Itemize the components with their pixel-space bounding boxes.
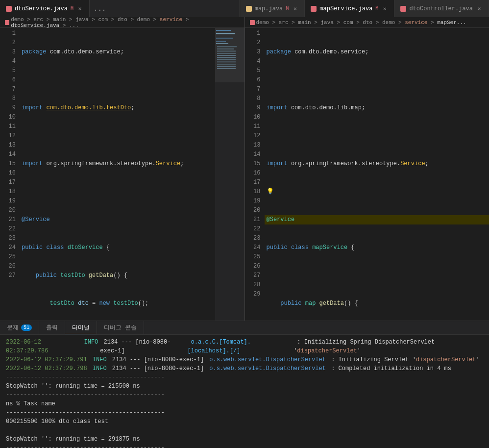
panel-tab-bar: 문제 51 출력 터미널 디버그 콘솔 bbox=[0, 321, 489, 335]
r-code-line-3: import com.dto.demo.lib.map; bbox=[265, 103, 489, 113]
panel-tab-terminal-label: 터미널 bbox=[72, 324, 90, 332]
right-code-container[interactable]: 12345 678910 1112131415 1617181920 21222… bbox=[245, 28, 489, 321]
tab-map-close[interactable]: ✕ bbox=[292, 5, 298, 12]
r-code-line-10: public map getData() { bbox=[265, 299, 489, 308]
terminal-separator-1: ----------------------------------------… bbox=[6, 373, 483, 382]
r-code-line-7: @Service bbox=[265, 215, 489, 224]
r-code-line-1: package com.dto.demo.service; bbox=[265, 48, 489, 57]
left-code-content[interactable]: package com.dto.demo.service; import com… bbox=[20, 28, 215, 321]
editor-split: 12345 678910 1112131415 1617181920 21222… bbox=[0, 28, 489, 321]
breadcrumb-left: demo > src > main > java > com > dto > d… bbox=[0, 17, 245, 28]
right-editor: 12345 678910 1112131415 1617181920 21222… bbox=[245, 28, 489, 321]
code-line-1: package com.dto.demo.service; bbox=[20, 48, 215, 57]
panel-tab-output[interactable]: 출력 bbox=[39, 321, 65, 334]
log-line-2: 2022-06-12 02:37:29.791 INFO 2134 --- [n… bbox=[6, 355, 483, 364]
breadcrumb-java-icon-left bbox=[5, 20, 9, 25]
tab-map-modified: M bbox=[286, 6, 289, 11]
r-code-line-4 bbox=[265, 131, 489, 141]
left-minimap bbox=[215, 28, 244, 321]
tab-map[interactable]: map.java M ✕ bbox=[240, 0, 305, 17]
log-line-3: 2022-06-12 02:37:29.798 INFO 2134 --- [n… bbox=[6, 364, 483, 373]
code-line-6 bbox=[20, 187, 215, 197]
panel-tab-output-label: 출력 bbox=[46, 324, 58, 332]
right-line-numbers: 12345 678910 1112131415 1617181920 21222… bbox=[245, 28, 265, 321]
tab-mapservice-label: mapService.java bbox=[319, 5, 372, 12]
tab-dtocontroller-close[interactable]: ✕ bbox=[476, 5, 483, 12]
code-line-8: public class dtoService { bbox=[20, 243, 215, 252]
map-icon bbox=[246, 6, 252, 12]
problems-badge: 51 bbox=[21, 324, 32, 331]
bottom-panel: 문제 51 출력 터미널 디버그 콘솔 2022-06-12 02:37:29.… bbox=[0, 321, 489, 448]
code-line-5: import org.springframework.stereotype.Se… bbox=[20, 159, 215, 169]
tab-map-label: map.java bbox=[255, 5, 283, 12]
left-editor: 12345 678910 1112131415 1617181920 21222… bbox=[0, 28, 245, 321]
code-line-7: @Service bbox=[20, 215, 215, 224]
breadcrumb-right: demo > src > main > java > com > dto > d… bbox=[245, 20, 489, 25]
right-tab-bar: map.java M ✕ mapService.java M ✕ dtoCont… bbox=[240, 0, 489, 17]
left-code-container[interactable]: 12345 678910 1112131415 1617181920 21222… bbox=[0, 28, 244, 321]
breadcrumb-right-text: demo > src > main > java > com > dto > d… bbox=[256, 20, 466, 25]
r-code-line-8: public class mapService { bbox=[265, 243, 489, 252]
panel-tab-debug[interactable]: 디버그 콘솔 bbox=[97, 321, 144, 334]
code-line-9: public testDto getData() { bbox=[20, 271, 215, 280]
panel-tab-problems-label: 문제 bbox=[7, 324, 19, 332]
tab-dtocontroller[interactable]: dtoController.java ✕ bbox=[394, 0, 489, 17]
log-line-1: 2022-06-12 02:37:29.786 INFO 2134 --- [n… bbox=[6, 338, 483, 355]
tab-mapservice-modified: M bbox=[375, 6, 378, 11]
svg-rect-17 bbox=[215, 28, 244, 82]
breadcrumb-bar: demo > src > main > java > com > dto > d… bbox=[0, 17, 489, 28]
r-code-line-6: 💡 bbox=[265, 187, 489, 197]
tab-dtoservice-close[interactable]: ✕ bbox=[76, 5, 83, 12]
left-line-numbers: 12345 678910 1112131415 1617181920 21222… bbox=[0, 28, 20, 321]
java-icon bbox=[6, 6, 12, 12]
breadcrumb-java-icon-right bbox=[250, 20, 255, 25]
breadcrumb-left-text: demo > src > main > java > com > dto > d… bbox=[11, 17, 239, 28]
tab-dtocontroller-label: dtoController.java bbox=[409, 5, 473, 12]
panel-tab-problems[interactable]: 문제 51 bbox=[0, 321, 39, 334]
r-code-line-5: import org.springframework.stereotype.Se… bbox=[265, 159, 489, 169]
mapservice-java-icon bbox=[311, 6, 317, 12]
tab-mapservice-close[interactable]: ✕ bbox=[381, 5, 388, 12]
tab-modified-dot: M bbox=[71, 6, 73, 11]
stopwatch1-cols: ns % Task name bbox=[6, 399, 483, 408]
stopwatch2-sep1: ----------------------------------------… bbox=[6, 444, 483, 448]
tab-mapservice[interactable]: mapService.java M ✕ bbox=[305, 0, 394, 17]
panel-tab-debug-label: 디버그 콘솔 bbox=[104, 324, 137, 332]
stopwatch1-sep1: ----------------------------------------… bbox=[6, 391, 483, 399]
code-line-3: import com.dto.demo.lib.testDto; bbox=[20, 103, 215, 113]
tab-dtoservice-label: dtoService.java bbox=[15, 5, 68, 12]
terminal-content[interactable]: 2022-06-12 02:37:29.786 INFO 2134 --- [n… bbox=[0, 335, 489, 448]
r-code-line-9 bbox=[265, 271, 489, 280]
panel-tab-terminal[interactable]: 터미널 bbox=[65, 321, 97, 334]
overflow-label: ... bbox=[94, 5, 106, 13]
stopwatch1-sep2: ----------------------------------------… bbox=[6, 408, 483, 417]
code-line-2 bbox=[20, 75, 215, 85]
stopwatch1-header: StopWatch '': running time = 215500 ns bbox=[6, 382, 483, 391]
tab-dtoservice[interactable]: dtoService.java M ✕ bbox=[0, 0, 90, 17]
right-code-content[interactable]: package com.dto.demo.service; import com… bbox=[265, 28, 489, 321]
tab-overflow[interactable]: ... bbox=[90, 0, 110, 17]
stopwatch1-row: 000215500 100% dto class test bbox=[6, 417, 483, 426]
code-line-4 bbox=[20, 131, 215, 141]
dtocontroller-java-icon bbox=[400, 6, 406, 12]
stopwatch2-header: StopWatch '': running time = 291875 ns bbox=[6, 435, 483, 444]
left-tab-bar: dtoService.java M ✕ ... bbox=[0, 0, 240, 17]
tab-bar: dtoService.java M ✕ ... map.java M ✕ map… bbox=[0, 0, 489, 17]
code-line-10: testDto dto = new testDto(); bbox=[20, 299, 215, 308]
r-code-line-2 bbox=[265, 75, 489, 85]
